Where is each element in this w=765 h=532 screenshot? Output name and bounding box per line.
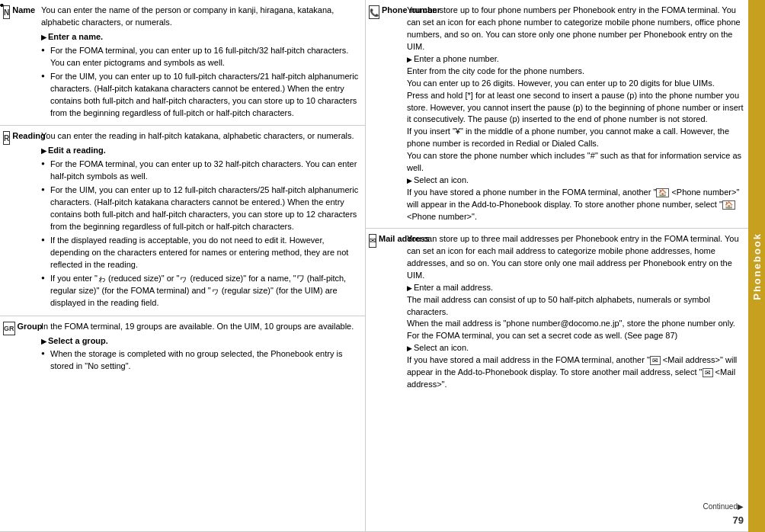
mail-section: ✉ Mail address You can store up to three… [366, 229, 748, 532]
group-content: In the FOMA terminal, 19 groups are avai… [41, 321, 362, 527]
continued-label: Continued▶ [703, 502, 744, 511]
name-main-text: You can enter the name of the person or … [41, 5, 362, 29]
group-icon: GR [3, 322, 15, 335]
phone-bullet-1: Enter from the city code for the phone n… [407, 66, 745, 78]
mail-icon: ✉ [369, 234, 376, 248]
group-main-text: In the FOMA terminal, 19 groups are avai… [41, 321, 362, 333]
name-bullet-2: For the UIM, you can enter up to 10 full… [41, 71, 362, 120]
mail-arrow-2: Select an icon. [407, 342, 745, 354]
phone-main-text: You can store up to four phone numbers p… [407, 5, 745, 53]
reading-icon: R [3, 131, 10, 145]
phone-bullet-5: You can store the phone number which inc… [407, 150, 745, 175]
reading-bullet-3: If the displayed reading is acceptable, … [41, 235, 362, 271]
name-arrow-1: Enter a name. [41, 31, 362, 43]
phone-arrow-1: Enter a phone number. [407, 53, 745, 66]
mail-content: You can store up to three mail addresses… [407, 233, 745, 527]
name-bullet-1: For the FOMA terminal, you can enter up … [41, 45, 362, 69]
phone-arrow-2: Select an icon. [407, 175, 745, 187]
group-icon-area: GR Group [3, 321, 41, 527]
reading-bullet-1: For the FOMA terminal, you can enter up … [41, 159, 362, 183]
phone-icon-bullet-1: If you have stored a phone number in the… [407, 187, 745, 223]
reading-arrow-1: Edit a reading. [41, 145, 362, 157]
mail-arrow-1: Enter a mail address. [407, 282, 745, 294]
group-bullet-1: When the storage is completed with no gr… [41, 348, 362, 373]
reading-section: R Reading You can enter the reading in h… [0, 126, 365, 316]
phone-content: You can store up to four phone numbers p… [407, 5, 745, 223]
right-panel: 📞 Phone number You can store up to four … [366, 0, 748, 532]
reading-content: You can enter the reading in half-pitch … [41, 130, 362, 310]
mail-bullet-1: The mail address can consist of up to 50… [407, 294, 745, 319]
page-number: 79 [733, 514, 744, 526]
mail-icon-bullet-1: If you have stored a mail address in the… [407, 354, 745, 391]
name-section: N Name You can enter the name of the per… [0, 0, 365, 126]
reading-main-text: You can enter the reading in half-pitch … [41, 130, 362, 143]
group-arrow-1: Select a group. [41, 335, 362, 348]
reading-bullet-2: For the UIM, you can enter up to 12 full… [41, 184, 362, 233]
phone-icon-area: 📞 Phone number [369, 5, 407, 223]
reading-bullet-4: If you enter "ゎ (reduced size)" or "ヮ (r… [41, 273, 362, 309]
phone-icon: 📞 [369, 5, 379, 19]
name-icon-area: N Name [3, 5, 41, 120]
mail-bullet-3: For the FOMA terminal, you can set a sec… [407, 330, 745, 342]
phone-bullet-2: You can enter up to 26 digits. However, … [407, 78, 745, 90]
phonebook-side-tab: Phonebook [748, 0, 765, 532]
phone-bullet-3: Press and hold [*] for at least one seco… [407, 90, 745, 127]
phone-bullet-4: If you insert "¥" in the middle of a pho… [407, 126, 745, 150]
reading-icon-area: R Reading [3, 130, 41, 310]
side-tab-label: Phonebook [751, 232, 763, 300]
phone-section: 📞 Phone number You can store up to four … [366, 0, 748, 229]
left-panel: N Name You can enter the name of the per… [0, 0, 366, 532]
name-icon: N [3, 5, 10, 19]
mail-main-text: You can store up to three mail addresses… [407, 233, 745, 282]
mail-icon-area: ✉ Mail address [369, 233, 407, 527]
group-section: GR Group In the FOMA terminal, 19 groups… [0, 316, 365, 532]
mail-bullet-2: When the mail address is "phone number@d… [407, 318, 745, 330]
main-content: N Name You can enter the name of the per… [0, 0, 765, 532]
name-content: You can enter the name of the person or … [41, 5, 362, 120]
